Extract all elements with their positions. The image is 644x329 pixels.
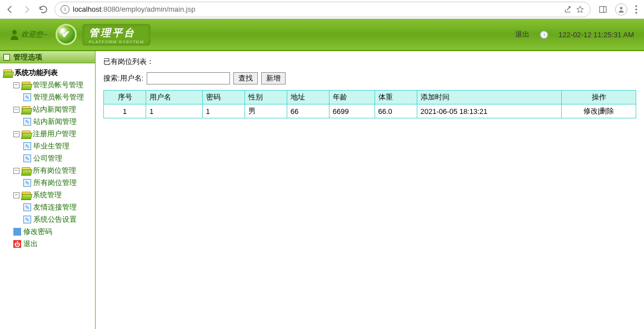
- tree-group[interactable]: −所有岗位管理: [2, 164, 93, 177]
- tree-leaf-label[interactable]: 友情连接管理: [33, 202, 77, 212]
- tree-exit-label[interactable]: 退出: [23, 239, 38, 249]
- reload-button[interactable]: [38, 4, 49, 15]
- logo-area: ✔ 管理平台 PLATFORM SYSYTEM: [56, 24, 151, 46]
- col-header: 操作: [562, 91, 636, 104]
- page-icon: ✎: [23, 93, 31, 101]
- clock-icon: 🕓: [540, 31, 548, 39]
- svg-rect-0: [600, 6, 606, 12]
- folder-open-icon: [22, 106, 31, 113]
- address-bar[interactable]: i localhost:8080/employ/admin/main.jsp: [54, 2, 591, 17]
- col-header: 性别: [244, 91, 287, 104]
- panel-icon[interactable]: [598, 5, 607, 14]
- svg-point-6: [12, 30, 17, 34]
- tree-group-label[interactable]: 站内新闻管理: [33, 104, 76, 114]
- search-input[interactable]: [147, 72, 230, 84]
- page-icon: ✎: [23, 216, 31, 223]
- search-label: 搜索:用户名:: [103, 73, 143, 83]
- tree-leaf-label[interactable]: 管理员帐号管理: [33, 92, 84, 102]
- kebab-menu-icon[interactable]: [635, 5, 637, 14]
- tree-change-password[interactable]: 修改密码: [2, 226, 93, 238]
- table-cell: 1: [104, 104, 146, 118]
- user-icon: [10, 29, 19, 40]
- tree-root-label: 系统功能列表: [14, 68, 58, 78]
- tree-group-label[interactable]: 系统管理: [33, 190, 62, 200]
- collapse-icon[interactable]: −: [13, 107, 19, 113]
- folder-open-icon: [22, 82, 31, 89]
- tree-group[interactable]: −系统管理: [2, 189, 93, 201]
- tree-leaf-label[interactable]: 公司管理: [33, 153, 62, 163]
- site-info-icon[interactable]: i: [61, 5, 69, 14]
- welcome-label: 欢迎您--: [21, 29, 48, 39]
- sidebar: 管理选项 系统功能列表 −管理员帐号管理✎管理员帐号管理−站内新闻管理✎站内新闻…: [0, 51, 96, 329]
- share-icon[interactable]: [563, 5, 572, 14]
- key-icon: [13, 228, 21, 236]
- folder-open-icon: [22, 167, 31, 175]
- folder-open-icon: [22, 192, 31, 199]
- tree-root[interactable]: 系统功能列表: [2, 67, 93, 79]
- sidebar-header-label: 管理选项: [13, 52, 42, 62]
- tree-group-label[interactable]: 注册用户管理: [33, 129, 76, 139]
- tree-group-label[interactable]: 管理员帐号管理: [33, 80, 83, 90]
- table-row: 111男66669966.02021-06-05 18:13:21修改|删除: [104, 104, 636, 118]
- collapse-icon[interactable]: −: [13, 131, 19, 137]
- tree-leaf[interactable]: ✎公司管理: [2, 152, 93, 164]
- tree-group-label[interactable]: 所有岗位管理: [33, 166, 76, 176]
- search-button[interactable]: 查找: [233, 72, 258, 84]
- table-cell: 6699: [329, 104, 375, 118]
- col-header: 密码: [202, 91, 244, 104]
- clock-text: 122-02-12 11:25:31 AM: [558, 31, 634, 39]
- table-cell: 1: [202, 104, 244, 118]
- collapse-icon[interactable]: −: [13, 192, 19, 198]
- svg-point-3: [635, 5, 637, 7]
- tree-leaf[interactable]: ✎系统公告设置: [2, 213, 93, 226]
- tree-group[interactable]: −注册用户管理: [2, 128, 93, 140]
- svg-point-5: [635, 12, 637, 13]
- tree-leaf[interactable]: ✎管理员帐号管理: [2, 91, 93, 103]
- sidebar-header: 管理选项: [0, 51, 95, 63]
- browser-right-icons: [596, 3, 640, 16]
- app-title: 管理平台: [89, 26, 144, 39]
- app-subtitle: PLATFORM SYSYTEM: [89, 39, 144, 44]
- data-table: 序号用户名密码性别地址年龄体重添加时间操作 111男66669966.02021…: [103, 90, 636, 118]
- tree-leaf[interactable]: ✎站内新闻管理: [2, 116, 93, 128]
- col-header: 序号: [104, 91, 146, 104]
- forward-button[interactable]: [21, 4, 32, 15]
- folder-open-icon: [3, 69, 12, 77]
- table-cell: 男: [244, 104, 287, 118]
- table-cell: 1: [146, 104, 202, 118]
- tree-leaf[interactable]: ✎友情连接管理: [2, 201, 93, 213]
- tree-leaf-label[interactable]: 系统公告设置: [33, 215, 77, 225]
- app-header: 欢迎您-- ✔ 管理平台 PLATFORM SYSYTEM 退出 🕓 122-0…: [0, 19, 644, 51]
- collapse-icon[interactable]: −: [13, 168, 19, 174]
- app-title-box: 管理平台 PLATFORM SYSYTEM: [82, 24, 151, 46]
- tree-group[interactable]: −站内新闻管理: [2, 103, 93, 116]
- table-cell: 66.0: [375, 104, 417, 118]
- bookmark-star-icon[interactable]: [576, 5, 585, 14]
- grid-icon: [3, 54, 10, 61]
- tree-leaf[interactable]: ✎所有岗位管理: [2, 177, 93, 189]
- search-row: 搜索:用户名: 查找 新增: [103, 72, 636, 84]
- page-icon: ✎: [23, 179, 31, 187]
- col-header: 体重: [375, 91, 417, 104]
- tree-leaf[interactable]: ✎毕业生管理: [2, 140, 93, 152]
- collapse-icon[interactable]: −: [13, 82, 19, 88]
- table-cell: 2021-06-05 18:13:21: [417, 104, 562, 118]
- tree-group[interactable]: −管理员帐号管理: [2, 79, 93, 91]
- back-button[interactable]: [4, 4, 16, 15]
- tree-leaf-label[interactable]: 所有岗位管理: [33, 178, 77, 188]
- folder-open-icon: [22, 131, 31, 138]
- col-header: 地址: [287, 91, 329, 104]
- welcome-area: 欢迎您--: [0, 29, 48, 40]
- page-icon: ✎: [23, 154, 31, 162]
- tree-exit[interactable]: ⏻退出: [2, 238, 93, 250]
- tree-pwd-label[interactable]: 修改密码: [23, 227, 52, 237]
- list-title: 已有岗位列表：: [103, 57, 636, 67]
- page-icon: ✎: [23, 203, 31, 211]
- add-button[interactable]: 新增: [261, 72, 286, 84]
- power-icon: ⏻: [13, 240, 21, 248]
- profile-avatar-icon[interactable]: [615, 3, 627, 16]
- tree-leaf-label[interactable]: 毕业生管理: [33, 141, 69, 151]
- tree-leaf-label[interactable]: 站内新闻管理: [33, 117, 77, 127]
- row-action-links[interactable]: 修改|删除: [583, 107, 614, 115]
- logout-link[interactable]: 退出: [515, 29, 530, 39]
